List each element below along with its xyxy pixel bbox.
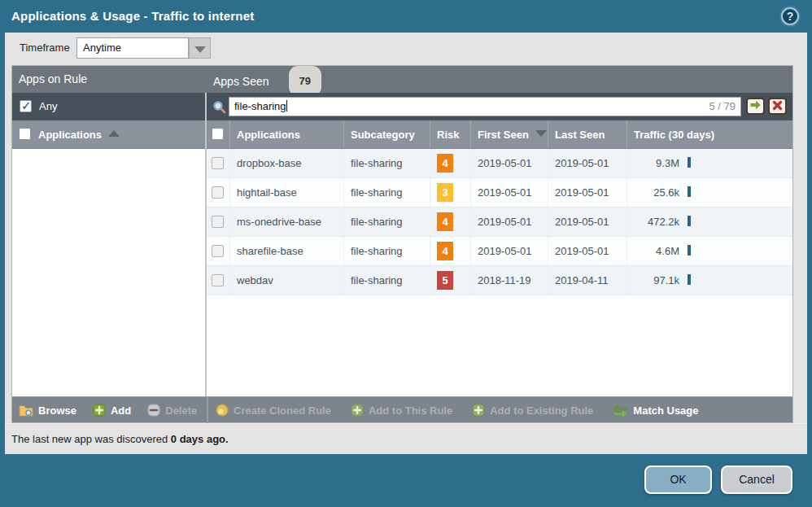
col-applications[interactable]: Applications: [230, 120, 344, 148]
apps-seen-header: Apps Seen79: [213, 66, 321, 96]
status-text: The last new app was discovered 0 days a…: [11, 433, 229, 445]
col-last-seen[interactable]: Last Seen: [548, 120, 627, 148]
sort-asc-icon: [108, 130, 120, 137]
section-header: Apps on Rule Apps Seen79: [12, 66, 792, 93]
search-value: file-sharing: [234, 100, 286, 112]
apps-seen-table: Applications Subcategory Risk First Seen…: [207, 120, 792, 396]
risk-badge: 4: [437, 154, 453, 173]
row-checkbox[interactable]: [212, 274, 224, 286]
clear-filter-button[interactable]: [768, 98, 787, 115]
first-seen-date: 2019-05-01: [471, 178, 548, 207]
col-subcategory[interactable]: Subcategory: [344, 120, 430, 148]
timeframe-select[interactable]: Anytime: [76, 37, 189, 59]
apps-on-rule-header: Apps on Rule: [19, 66, 87, 93]
app-name: dropbox-base: [230, 149, 344, 177]
add-to-existing-rule-button: Add to Existing Rule: [472, 404, 593, 417]
plus-icon: [472, 404, 485, 417]
first-seen-date: 2019-05-01: [471, 149, 548, 177]
apply-filter-button[interactable]: [746, 98, 765, 115]
last-seen-date: 2019-04-11: [548, 266, 627, 295]
help-icon[interactable]: ?: [781, 7, 799, 25]
apps-on-rule-column-header[interactable]: Applications: [12, 120, 205, 149]
traffic-value: 97.1k: [634, 266, 679, 295]
table-row-dropbox-base[interactable]: dropbox-base file-sharing 4 2019-05-01 2…: [207, 149, 792, 178]
risk-badge: 3: [437, 183, 453, 202]
first-seen-date: 2019-05-01: [471, 208, 548, 236]
traffic-bar-icon: [688, 157, 691, 168]
search-row: file-sharing 5 / 79: [207, 93, 792, 120]
last-seen-date: 2019-05-01: [548, 149, 627, 177]
app-name: ms-onedrive-base: [230, 208, 344, 236]
title-bar: Applications & Usage - Traffic to intern…: [0, 0, 812, 33]
folder-search-icon: [19, 404, 33, 417]
clone-rule-icon: [216, 404, 229, 417]
bottom-toolbar: Browse Add Delete: [12, 396, 792, 422]
arrow-right-icon: [749, 99, 762, 111]
swap-arrows-icon: [613, 404, 628, 417]
cancel-button[interactable]: Cancel: [721, 465, 792, 494]
match-usage-button[interactable]: Match Usage: [613, 404, 698, 417]
last-seen-date: 2019-05-01: [548, 178, 627, 207]
risk-badge: 5: [437, 271, 453, 290]
any-label: Any: [39, 93, 57, 120]
timeframe-label: Timeframe: [20, 42, 70, 54]
col-risk[interactable]: Risk: [430, 120, 471, 148]
timeframe-dropdown-button[interactable]: [189, 37, 211, 59]
select-all-checkbox[interactable]: [212, 128, 224, 140]
status-bar: The last new app was discovered 0 days a…: [5, 423, 807, 454]
plus-icon: [351, 404, 364, 417]
first-seen-date: 2019-05-01: [471, 237, 548, 265]
table-row-webdav[interactable]: webdav file-sharing 5 2018-11-19 2019-04…: [207, 266, 792, 295]
table-row-sharefile-base[interactable]: sharefile-base file-sharing 4 2019-05-01…: [207, 237, 792, 266]
select-all-left-checkbox[interactable]: [19, 128, 31, 140]
app-subcategory: file-sharing: [344, 149, 430, 177]
add-button[interactable]: Add: [93, 404, 131, 417]
row-checkbox[interactable]: [212, 186, 224, 199]
search-icon: [212, 100, 226, 117]
sort-desc-icon: [535, 130, 547, 137]
close-icon: [772, 100, 783, 111]
apps-seen-count-badge: 79: [289, 66, 321, 96]
table-row-hightail-base[interactable]: hightail-base file-sharing 3 2019-05-01 …: [207, 178, 792, 208]
timeframe-row: Timeframe Anytime: [5, 33, 807, 63]
traffic-bar-icon: [688, 186, 691, 197]
any-checkbox[interactable]: [20, 100, 32, 112]
panels-container: Apps on Rule Apps Seen79 Any Application…: [11, 65, 793, 423]
app-subcategory: file-sharing: [344, 266, 430, 295]
risk-badge: 4: [437, 212, 453, 231]
create-cloned-rule-button: Create Cloned Rule: [216, 404, 331, 417]
minus-icon: [147, 404, 160, 417]
search-match-count: 5 / 79: [709, 98, 736, 116]
dialog-title: Applications & Usage - Traffic to intern…: [11, 0, 254, 33]
browse-button[interactable]: Browse: [19, 404, 76, 417]
app-name: webdav: [230, 266, 344, 295]
traffic-bar-icon: [688, 245, 691, 256]
table-row-ms-onedrive-base[interactable]: ms-onedrive-base file-sharing 4 2019-05-…: [207, 208, 792, 237]
text-caret: [286, 100, 287, 111]
col-first-seen[interactable]: First Seen: [471, 120, 548, 148]
delete-button: Delete: [147, 404, 197, 417]
row-checkbox[interactable]: [212, 157, 224, 169]
traffic-bar-icon: [688, 216, 691, 226]
applications-column-label: Applications: [38, 129, 102, 141]
row-checkbox[interactable]: [212, 216, 224, 228]
risk-badge: 4: [437, 242, 453, 260]
last-seen-date: 2019-05-01: [548, 237, 627, 265]
last-seen-date: 2019-05-01: [548, 208, 627, 236]
select-all-header-cell[interactable]: [207, 120, 230, 148]
plus-icon: [93, 404, 106, 417]
traffic-value: 4.6M: [634, 237, 679, 265]
traffic-value: 25.6k: [634, 178, 679, 207]
app-subcategory: file-sharing: [344, 178, 430, 207]
row-checkbox[interactable]: [212, 245, 224, 257]
col-traffic[interactable]: Traffic (30 days): [627, 120, 792, 148]
table-header-row: Applications Subcategory Risk First Seen…: [207, 120, 792, 149]
app-name: sharefile-base: [230, 237, 344, 265]
add-to-this-rule-button: Add to This Rule: [351, 404, 452, 417]
dialog-body: Timeframe Anytime Apps on Rule Apps Seen…: [5, 33, 807, 454]
ok-button[interactable]: OK: [644, 465, 712, 494]
any-row[interactable]: Any: [12, 93, 205, 120]
status-highlight: 0 days ago.: [171, 433, 229, 445]
app-subcategory: file-sharing: [344, 237, 430, 265]
search-input[interactable]: file-sharing 5 / 79: [229, 97, 741, 116]
